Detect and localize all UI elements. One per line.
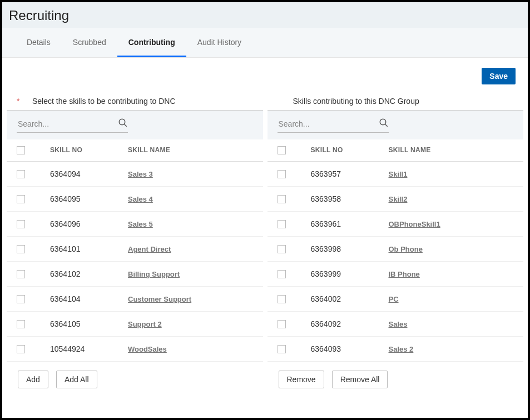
col-skill-no: SKILL NO (50, 146, 128, 154)
required-marker: * (17, 97, 22, 106)
table-row: 6364101Agent Direct (7, 237, 263, 262)
right-row-checkbox[interactable] (278, 270, 286, 278)
right-panel-title: Skills contributing to this DNC Group (293, 97, 419, 106)
skill-name-link[interactable]: Sales 3 (128, 170, 153, 178)
skill-no: 6364105 (50, 319, 128, 328)
skill-no: 10544924 (50, 344, 128, 353)
table-row: 6363961OBPhoneSkill1 (268, 212, 524, 237)
add-button[interactable]: Add (18, 371, 48, 388)
skill-no: 6364093 (311, 344, 389, 353)
right-row-checkbox[interactable] (278, 170, 286, 178)
table-row: 6364102Billing Support (7, 262, 263, 287)
tabs: DetailsScrubbedContributingAudit History (2, 28, 528, 58)
skill-no: 6364002 (311, 294, 389, 303)
skill-name-link[interactable]: OBPhoneSkill1 (389, 220, 440, 228)
table-row: 6364092Sales (268, 312, 524, 337)
search-icon[interactable] (118, 118, 128, 130)
right-row-checkbox[interactable] (278, 320, 286, 328)
table-row: 6364096Sales 5 (7, 212, 263, 237)
skill-no: 6363961 (311, 219, 389, 228)
right-select-all-checkbox[interactable] (278, 146, 286, 154)
left-row-checkbox[interactable] (17, 345, 25, 353)
tab-contributing[interactable]: Contributing (117, 28, 186, 57)
skill-no: 6363957 (311, 169, 389, 178)
right-search-input[interactable] (278, 117, 379, 131)
skill-name-link[interactable]: WoodSales (128, 345, 167, 353)
skill-name-link[interactable]: Skill2 (389, 195, 408, 203)
skill-no: 6364094 (50, 169, 128, 178)
right-row-checkbox[interactable] (278, 220, 286, 228)
skill-name-link[interactable]: Ob Phone (389, 245, 423, 253)
table-row: 6364095Sales 4 (7, 187, 263, 212)
right-row-checkbox[interactable] (278, 295, 286, 303)
right-row-checkbox[interactable] (278, 245, 286, 253)
table-row: 6364094Sales 3 (7, 162, 263, 187)
tab-scrubbed[interactable]: Scrubbed (62, 28, 117, 57)
page-title: Recruiting (9, 8, 521, 23)
skill-name-link[interactable]: Sales 2 (389, 345, 414, 353)
left-row-checkbox[interactable] (17, 270, 25, 278)
svg-point-0 (119, 119, 125, 125)
table-row: 6363998Ob Phone (268, 237, 524, 262)
svg-point-2 (380, 119, 386, 125)
right-panel: Skills contributing to this DNC Group SK… (265, 90, 526, 397)
left-row-checkbox[interactable] (17, 195, 25, 203)
left-row-checkbox[interactable] (17, 170, 25, 178)
left-row-checkbox[interactable] (17, 295, 25, 303)
search-icon[interactable] (379, 118, 389, 130)
table-row: 6363958Skill2 (268, 187, 524, 212)
skill-no: 6364102 (50, 269, 128, 278)
skill-no: 6364101 (50, 244, 128, 253)
table-row: 6364104Customer Support (7, 287, 263, 312)
skill-no: 6363958 (311, 194, 389, 203)
table-row: 6364093Sales 2 (268, 337, 524, 362)
tab-details[interactable]: Details (16, 28, 62, 57)
add-all-button[interactable]: Add All (56, 371, 97, 388)
table-row: 10544924WoodSales (7, 337, 263, 362)
skill-no: 6364095 (50, 194, 128, 203)
left-panel: * Select the skills to be contributing t… (4, 90, 265, 397)
skill-name-link[interactable]: Sales (389, 320, 408, 328)
skill-no: 6364092 (311, 319, 389, 328)
save-button[interactable]: Save (482, 68, 516, 84)
skill-name-link[interactable]: Agent Direct (128, 245, 171, 253)
right-row-checkbox[interactable] (278, 345, 286, 353)
left-search-input[interactable] (17, 117, 118, 131)
left-row-checkbox[interactable] (17, 320, 25, 328)
skill-name-link[interactable]: Customer Support (128, 295, 191, 303)
right-row-checkbox[interactable] (278, 195, 286, 203)
svg-line-3 (385, 124, 388, 127)
left-row-checkbox[interactable] (17, 220, 25, 228)
skill-name-link[interactable]: Billing Support (128, 270, 180, 278)
remove-all-button[interactable]: Remove All (332, 371, 388, 388)
col-skill-name: SKILL NAME (389, 146, 514, 154)
skill-no: 6364096 (50, 219, 128, 228)
col-skill-no: SKILL NO (311, 146, 389, 154)
col-skill-name: SKILL NAME (128, 146, 253, 154)
skill-name-link[interactable]: Sales 5 (128, 220, 153, 228)
skill-name-link[interactable]: IB Phone (389, 270, 420, 278)
skill-name-link[interactable]: Sales 4 (128, 195, 153, 203)
left-row-checkbox[interactable] (17, 245, 25, 253)
remove-button[interactable]: Remove (279, 371, 324, 388)
table-row: 6363999IB Phone (268, 262, 524, 287)
svg-line-1 (124, 124, 127, 127)
skill-name-link[interactable]: PC (389, 295, 399, 303)
table-row: 6364002PC (268, 287, 524, 312)
skill-name-link[interactable]: Skill1 (389, 170, 408, 178)
left-panel-title: Select the skills to be contributing to … (32, 97, 176, 106)
table-row: 6364105Support 2 (7, 312, 263, 337)
skill-no: 6363999 (311, 269, 389, 278)
skill-name-link[interactable]: Support 2 (128, 320, 162, 328)
skill-no: 6364104 (50, 294, 128, 303)
tab-audit-history[interactable]: Audit History (186, 28, 252, 57)
left-select-all-checkbox[interactable] (17, 146, 25, 154)
table-row: 6363957Skill1 (268, 162, 524, 187)
skill-no: 6363998 (311, 244, 389, 253)
